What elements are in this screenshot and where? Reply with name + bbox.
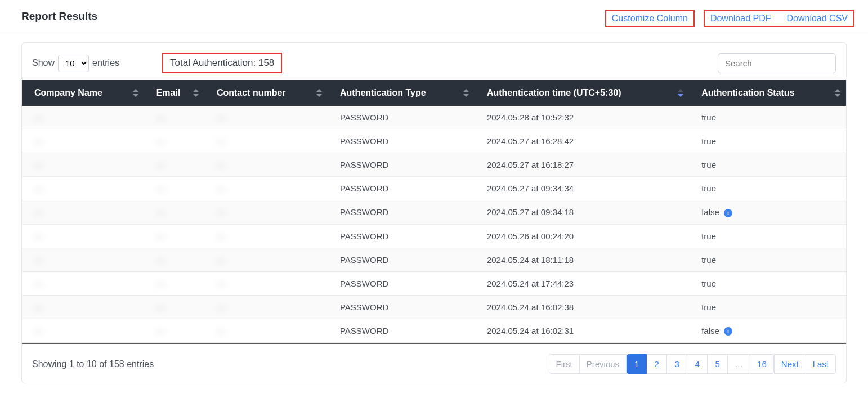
cell-auth-time: 2024.05.24 at 16:02:38 xyxy=(475,295,689,319)
cell-contact: — xyxy=(204,248,328,271)
search-input[interactable] xyxy=(718,53,836,73)
cell-company: — xyxy=(22,224,144,248)
table-row: ———PASSWORD2024.05.28 at 10:52:32true xyxy=(22,106,846,129)
table-row: ———PASSWORD2024.05.26 at 00:24:20true xyxy=(22,224,846,248)
pager-page-1[interactable]: 1 xyxy=(627,354,647,374)
cell-auth-status: false i xyxy=(689,319,846,343)
cell-email: — xyxy=(144,129,204,153)
cell-email: — xyxy=(144,200,204,225)
cell-contact: — xyxy=(204,319,328,343)
info-icon[interactable]: i xyxy=(724,327,732,336)
entries-info: Showing 1 to 10 of 158 entries xyxy=(32,359,154,369)
cell-auth-status: true xyxy=(689,129,846,153)
cell-company: — xyxy=(22,319,144,343)
cell-company: — xyxy=(22,129,144,153)
entries-select[interactable]: 10 xyxy=(58,55,89,72)
table-row: ———PASSWORD2024.05.27 at 09:34:18false i xyxy=(22,200,846,225)
table-row: ———PASSWORD2024.05.27 at 16:28:42true xyxy=(22,129,846,153)
cell-auth-status: true xyxy=(689,295,846,319)
cell-auth-type: PASSWORD xyxy=(328,295,475,319)
cell-contact: — xyxy=(204,177,328,200)
table-row: ———PASSWORD2024.05.24 at 17:44:23true xyxy=(22,271,846,295)
pager: First Previous 12345…16 Next Last xyxy=(549,354,836,374)
pager-page-4[interactable]: 4 xyxy=(687,354,708,374)
entries-label: entries xyxy=(92,58,119,68)
cell-auth-type: PASSWORD xyxy=(328,200,475,225)
total-authentication-label: Total Authentication: 158 xyxy=(162,53,282,73)
page-title: Report Results xyxy=(21,10,97,23)
cell-email: — xyxy=(144,224,204,248)
download-pdf-button[interactable]: Download PDF xyxy=(710,14,771,24)
cell-auth-type: PASSWORD xyxy=(328,271,475,295)
sort-icon xyxy=(193,89,199,97)
pager-page-2[interactable]: 2 xyxy=(647,354,667,374)
cell-email: — xyxy=(144,271,204,295)
cell-auth-type: PASSWORD xyxy=(328,224,475,248)
col-label: Contact number xyxy=(217,88,286,97)
col-email[interactable]: Email xyxy=(144,80,204,106)
cell-auth-time: 2024.05.27 at 09:34:18 xyxy=(475,200,689,225)
cell-company: — xyxy=(22,271,144,295)
cell-auth-type: PASSWORD xyxy=(328,129,475,153)
info-icon[interactable]: i xyxy=(724,209,732,217)
pager-page-16[interactable]: 16 xyxy=(750,354,774,374)
cell-auth-type: PASSWORD xyxy=(328,153,475,177)
sort-icon xyxy=(835,89,840,97)
pager-page-5[interactable]: 5 xyxy=(708,354,728,374)
cell-company: — xyxy=(22,177,144,200)
cell-auth-status: true xyxy=(689,177,846,200)
pager-next[interactable]: Next xyxy=(774,354,806,374)
table-row: ———PASSWORD2024.05.24 at 18:11:18true xyxy=(22,248,846,271)
cell-company: — xyxy=(22,200,144,225)
pager-ellipsis: … xyxy=(728,354,750,374)
col-authentication-time[interactable]: Authentication time (UTC+5:30) xyxy=(475,80,689,106)
cell-auth-time: 2024.05.24 at 16:02:31 xyxy=(475,319,689,343)
cell-email: — xyxy=(144,295,204,319)
cell-email: — xyxy=(144,153,204,177)
col-label: Authentication Type xyxy=(340,88,426,97)
cell-contact: — xyxy=(204,271,328,295)
table-row: ———PASSWORD2024.05.27 at 09:34:34true xyxy=(22,177,846,200)
cell-email: — xyxy=(144,106,204,129)
cell-auth-status: false i xyxy=(689,200,846,225)
col-label: Email xyxy=(156,88,181,97)
sort-icon xyxy=(463,89,469,97)
cell-auth-time: 2024.05.28 at 10:52:32 xyxy=(475,106,689,129)
cell-contact: — xyxy=(204,295,328,319)
col-authentication-status[interactable]: Authentication Status xyxy=(689,80,846,106)
table-row: ———PASSWORD2024.05.27 at 16:18:27true xyxy=(22,153,846,177)
cell-auth-time: 2024.05.27 at 09:34:34 xyxy=(475,177,689,200)
cell-auth-type: PASSWORD xyxy=(328,106,475,129)
col-label: Authentication time (UTC+5:30) xyxy=(487,88,621,97)
cell-auth-type: PASSWORD xyxy=(328,177,475,200)
col-authentication-type[interactable]: Authentication Type xyxy=(328,80,475,106)
cell-contact: — xyxy=(204,224,328,248)
download-csv-button[interactable]: Download CSV xyxy=(787,14,848,24)
col-label: Company Name xyxy=(34,88,102,97)
cell-contact: — xyxy=(204,129,328,153)
cell-auth-time: 2024.05.26 at 00:24:20 xyxy=(475,224,689,248)
sort-icon xyxy=(133,89,138,97)
cell-company: — xyxy=(22,295,144,319)
pager-previous[interactable]: Previous xyxy=(580,354,627,374)
pager-last[interactable]: Last xyxy=(806,354,836,374)
cell-company: — xyxy=(22,106,144,129)
cell-auth-time: 2024.05.27 at 16:18:27 xyxy=(475,153,689,177)
col-company-name[interactable]: Company Name xyxy=(22,80,144,106)
cell-auth-status: true xyxy=(689,106,846,129)
cell-auth-time: 2024.05.24 at 18:11:18 xyxy=(475,248,689,271)
table-row: ———PASSWORD2024.05.24 at 16:02:38true xyxy=(22,295,846,319)
cell-auth-type: PASSWORD xyxy=(328,319,475,343)
cell-contact: — xyxy=(204,200,328,225)
cell-company: — xyxy=(22,248,144,271)
cell-auth-status: true xyxy=(689,153,846,177)
pager-page-3[interactable]: 3 xyxy=(667,354,687,374)
table-row: ———PASSWORD2024.05.24 at 16:02:31false i xyxy=(22,319,846,343)
pager-first[interactable]: First xyxy=(549,354,580,374)
col-contact-number[interactable]: Contact number xyxy=(204,80,328,106)
cell-auth-status: true xyxy=(689,271,846,295)
cell-company: — xyxy=(22,153,144,177)
customize-column-button[interactable]: Customize Column xyxy=(605,10,695,27)
cell-auth-status: true xyxy=(689,248,846,271)
cell-auth-type: PASSWORD xyxy=(328,248,475,271)
